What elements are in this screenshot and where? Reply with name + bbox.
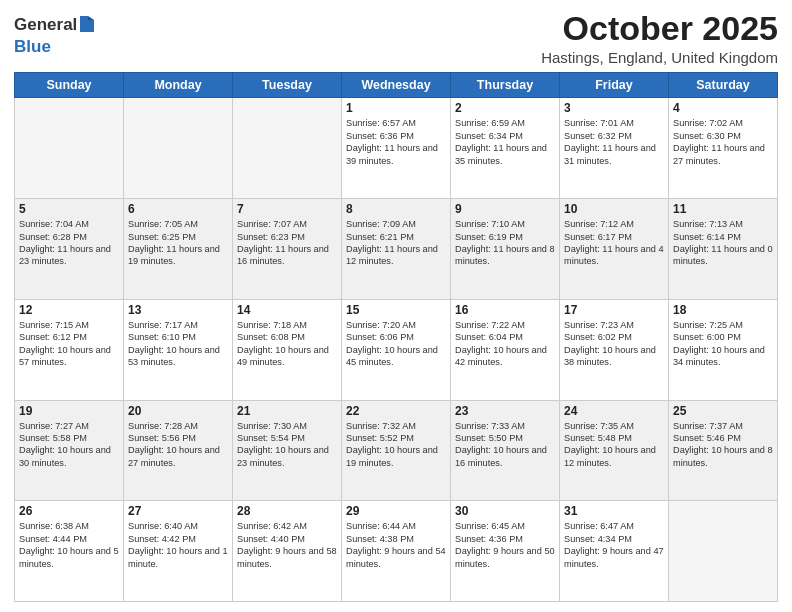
day-number: 22: [346, 404, 446, 418]
calendar-cell-empty: [124, 98, 233, 199]
calendar-cell-17: 17Sunrise: 7:23 AMSunset: 6:02 PMDayligh…: [560, 299, 669, 400]
day-number: 18: [673, 303, 773, 317]
col-header-monday: Monday: [124, 73, 233, 98]
cell-details: Sunrise: 7:12 AMSunset: 6:17 PMDaylight:…: [564, 218, 664, 268]
calendar-cell-1: 1Sunrise: 6:57 AMSunset: 6:36 PMDaylight…: [342, 98, 451, 199]
col-header-wednesday: Wednesday: [342, 73, 451, 98]
calendar-cell-16: 16Sunrise: 7:22 AMSunset: 6:04 PMDayligh…: [451, 299, 560, 400]
col-header-tuesday: Tuesday: [233, 73, 342, 98]
day-number: 19: [19, 404, 119, 418]
calendar-row-2: 12Sunrise: 7:15 AMSunset: 6:12 PMDayligh…: [15, 299, 778, 400]
cell-details: Sunrise: 7:28 AMSunset: 5:56 PMDaylight:…: [128, 420, 228, 470]
cell-details: Sunrise: 7:09 AMSunset: 6:21 PMDaylight:…: [346, 218, 446, 268]
cell-details: Sunrise: 7:25 AMSunset: 6:00 PMDaylight:…: [673, 319, 773, 369]
day-number: 12: [19, 303, 119, 317]
calendar-cell-11: 11Sunrise: 7:13 AMSunset: 6:14 PMDayligh…: [669, 199, 778, 300]
day-number: 10: [564, 202, 664, 216]
cell-details: Sunrise: 7:23 AMSunset: 6:02 PMDaylight:…: [564, 319, 664, 369]
calendar-row-4: 26Sunrise: 6:38 AMSunset: 4:44 PMDayligh…: [15, 501, 778, 602]
cell-details: Sunrise: 7:33 AMSunset: 5:50 PMDaylight:…: [455, 420, 555, 470]
cell-details: Sunrise: 7:17 AMSunset: 6:10 PMDaylight:…: [128, 319, 228, 369]
calendar-cell-8: 8Sunrise: 7:09 AMSunset: 6:21 PMDaylight…: [342, 199, 451, 300]
title-block: October 2025 Hastings, England, United K…: [541, 10, 778, 66]
page: General Blue October 2025 Hastings, Engl…: [0, 0, 792, 612]
calendar-cell-13: 13Sunrise: 7:17 AMSunset: 6:10 PMDayligh…: [124, 299, 233, 400]
calendar-table: SundayMondayTuesdayWednesdayThursdayFrid…: [14, 72, 778, 602]
day-number: 29: [346, 504, 446, 518]
logo-icon: [78, 14, 96, 38]
cell-details: Sunrise: 7:04 AMSunset: 6:28 PMDaylight:…: [19, 218, 119, 268]
calendar-cell-4: 4Sunrise: 7:02 AMSunset: 6:30 PMDaylight…: [669, 98, 778, 199]
cell-details: Sunrise: 7:01 AMSunset: 6:32 PMDaylight:…: [564, 117, 664, 167]
day-number: 17: [564, 303, 664, 317]
col-header-thursday: Thursday: [451, 73, 560, 98]
calendar-cell-31: 31Sunrise: 6:47 AMSunset: 4:34 PMDayligh…: [560, 501, 669, 602]
calendar-cell-30: 30Sunrise: 6:45 AMSunset: 4:36 PMDayligh…: [451, 501, 560, 602]
cell-details: Sunrise: 7:05 AMSunset: 6:25 PMDaylight:…: [128, 218, 228, 268]
day-number: 21: [237, 404, 337, 418]
calendar-cell-empty: [669, 501, 778, 602]
calendar-row-0: 1Sunrise: 6:57 AMSunset: 6:36 PMDaylight…: [15, 98, 778, 199]
logo-blue: Blue: [14, 37, 51, 56]
day-number: 16: [455, 303, 555, 317]
day-number: 27: [128, 504, 228, 518]
cell-details: Sunrise: 6:44 AMSunset: 4:38 PMDaylight:…: [346, 520, 446, 570]
cell-details: Sunrise: 7:13 AMSunset: 6:14 PMDaylight:…: [673, 218, 773, 268]
day-number: 20: [128, 404, 228, 418]
cell-details: Sunrise: 7:20 AMSunset: 6:06 PMDaylight:…: [346, 319, 446, 369]
calendar-row-3: 19Sunrise: 7:27 AMSunset: 5:58 PMDayligh…: [15, 400, 778, 501]
calendar-cell-3: 3Sunrise: 7:01 AMSunset: 6:32 PMDaylight…: [560, 98, 669, 199]
calendar-cell-7: 7Sunrise: 7:07 AMSunset: 6:23 PMDaylight…: [233, 199, 342, 300]
day-number: 2: [455, 101, 555, 115]
cell-details: Sunrise: 7:32 AMSunset: 5:52 PMDaylight:…: [346, 420, 446, 470]
calendar-cell-21: 21Sunrise: 7:30 AMSunset: 5:54 PMDayligh…: [233, 400, 342, 501]
calendar-cell-24: 24Sunrise: 7:35 AMSunset: 5:48 PMDayligh…: [560, 400, 669, 501]
svg-marker-1: [88, 16, 94, 20]
cell-details: Sunrise: 6:59 AMSunset: 6:34 PMDaylight:…: [455, 117, 555, 167]
day-number: 9: [455, 202, 555, 216]
cell-details: Sunrise: 7:37 AMSunset: 5:46 PMDaylight:…: [673, 420, 773, 470]
title-month: October 2025: [541, 10, 778, 47]
day-number: 1: [346, 101, 446, 115]
calendar-cell-9: 9Sunrise: 7:10 AMSunset: 6:19 PMDaylight…: [451, 199, 560, 300]
calendar-cell-14: 14Sunrise: 7:18 AMSunset: 6:08 PMDayligh…: [233, 299, 342, 400]
day-number: 7: [237, 202, 337, 216]
day-number: 23: [455, 404, 555, 418]
day-number: 31: [564, 504, 664, 518]
calendar-cell-25: 25Sunrise: 7:37 AMSunset: 5:46 PMDayligh…: [669, 400, 778, 501]
day-number: 15: [346, 303, 446, 317]
calendar-cell-10: 10Sunrise: 7:12 AMSunset: 6:17 PMDayligh…: [560, 199, 669, 300]
day-number: 13: [128, 303, 228, 317]
calendar-cell-empty: [15, 98, 124, 199]
calendar-cell-23: 23Sunrise: 7:33 AMSunset: 5:50 PMDayligh…: [451, 400, 560, 501]
cell-details: Sunrise: 6:47 AMSunset: 4:34 PMDaylight:…: [564, 520, 664, 570]
calendar-cell-29: 29Sunrise: 6:44 AMSunset: 4:38 PMDayligh…: [342, 501, 451, 602]
calendar-cell-20: 20Sunrise: 7:28 AMSunset: 5:56 PMDayligh…: [124, 400, 233, 501]
day-number: 24: [564, 404, 664, 418]
cell-details: Sunrise: 7:10 AMSunset: 6:19 PMDaylight:…: [455, 218, 555, 268]
calendar-cell-12: 12Sunrise: 7:15 AMSunset: 6:12 PMDayligh…: [15, 299, 124, 400]
day-number: 11: [673, 202, 773, 216]
calendar-cell-empty: [233, 98, 342, 199]
logo-general-line: General: [14, 14, 96, 38]
cell-details: Sunrise: 6:42 AMSunset: 4:40 PMDaylight:…: [237, 520, 337, 570]
calendar-cell-15: 15Sunrise: 7:20 AMSunset: 6:06 PMDayligh…: [342, 299, 451, 400]
calendar-cell-19: 19Sunrise: 7:27 AMSunset: 5:58 PMDayligh…: [15, 400, 124, 501]
cell-details: Sunrise: 6:57 AMSunset: 6:36 PMDaylight:…: [346, 117, 446, 167]
cell-details: Sunrise: 7:18 AMSunset: 6:08 PMDaylight:…: [237, 319, 337, 369]
cell-details: Sunrise: 7:07 AMSunset: 6:23 PMDaylight:…: [237, 218, 337, 268]
svg-marker-0: [80, 16, 94, 32]
cell-details: Sunrise: 7:02 AMSunset: 6:30 PMDaylight:…: [673, 117, 773, 167]
day-number: 28: [237, 504, 337, 518]
day-number: 25: [673, 404, 773, 418]
col-header-friday: Friday: [560, 73, 669, 98]
cell-details: Sunrise: 6:38 AMSunset: 4:44 PMDaylight:…: [19, 520, 119, 570]
logo-text: General Blue: [14, 14, 96, 56]
calendar-cell-22: 22Sunrise: 7:32 AMSunset: 5:52 PMDayligh…: [342, 400, 451, 501]
logo-general: General: [14, 15, 77, 34]
day-number: 14: [237, 303, 337, 317]
col-header-saturday: Saturday: [669, 73, 778, 98]
day-number: 5: [19, 202, 119, 216]
col-header-sunday: Sunday: [15, 73, 124, 98]
calendar-cell-2: 2Sunrise: 6:59 AMSunset: 6:34 PMDaylight…: [451, 98, 560, 199]
